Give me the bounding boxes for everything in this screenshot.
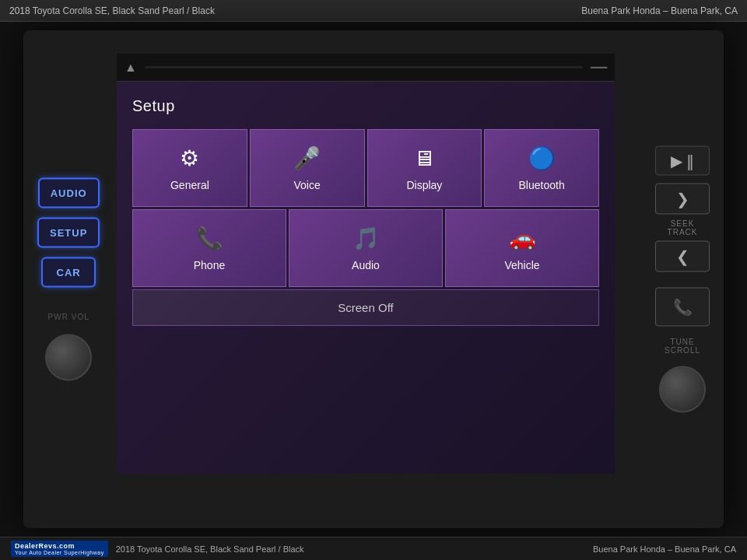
stereo-unit: AUDIO SETUP CAR PWR VOL ▲ ━━━ Setup ⚙ Ge… — [23, 30, 724, 528]
tune-knob[interactable] — [659, 366, 706, 413]
voice-icon: 🎤 — [293, 145, 321, 171]
audio-button[interactable]: AUDIO — [38, 178, 100, 208]
audio-menu-button[interactable]: 🎵 Audio — [289, 209, 443, 287]
display-button[interactable]: 🖥 Display — [367, 129, 482, 207]
screen-off-button[interactable]: Screen Off — [132, 289, 599, 326]
grid-row-1: ⚙ General 🎤 Voice 🖥 Display 🔵 Bluetooth — [132, 129, 599, 207]
bottom-dealer-info: Buena Park Honda – Buena Park, CA — [593, 544, 736, 554]
screen-top-bar: ▲ ━━━ — [117, 54, 615, 82]
top-bar: 2018 Toyota Corolla SE, Black Sand Pearl… — [0, 0, 747, 22]
general-icon: ⚙ — [180, 145, 199, 171]
bluetooth-label: Bluetooth — [519, 179, 565, 191]
phone-label: Phone — [194, 259, 225, 271]
seek-track-label: SEEKTRACK — [668, 219, 698, 236]
audio-icon: 🎵 — [352, 226, 380, 251]
tune-scroll-label: TUNESCROLL — [665, 338, 700, 355]
seek-forward-icon: ❯ — [676, 190, 689, 208]
seek-forward-button[interactable]: ❯ — [655, 184, 710, 215]
play-pause-button[interactable]: ▶ ‖ — [655, 146, 710, 176]
general-label: General — [170, 179, 209, 191]
dealer-logo: DealerRevs.com Your Auto Dealer SuperHig… — [11, 541, 108, 557]
bluetooth-icon: 🔵 — [528, 145, 556, 171]
phone-button[interactable]: 📞 Phone — [132, 209, 286, 287]
car-button[interactable]: CAR — [41, 257, 96, 288]
main-container: AUDIO SETUP CAR PWR VOL ▲ ━━━ Setup ⚙ Ge… — [0, 22, 747, 537]
display-icon: 🖥 — [413, 145, 435, 171]
vehicle-label: Vehicle — [504, 259, 539, 271]
setup-title: Setup — [132, 97, 599, 115]
seek-back-icon: ❮ — [676, 247, 689, 266]
voice-button[interactable]: 🎤 Voice — [250, 129, 365, 207]
pwr-vol-label: PWR VOL — [48, 313, 89, 321]
screen-content: Setup ⚙ General 🎤 Voice 🖥 Display — [117, 82, 615, 474]
voice-label: Voice — [294, 179, 321, 191]
seek-back-button[interactable]: ❮ — [655, 241, 710, 272]
phone-call-icon: 📞 — [673, 298, 693, 317]
phone-icon: 📞 — [196, 226, 223, 251]
screen-top-bar-line — [145, 66, 583, 68]
bluetooth-button[interactable]: 🔵 Bluetooth — [484, 129, 599, 207]
screen-area: ▲ ━━━ Setup ⚙ General 🎤 Voice — [117, 54, 615, 474]
eject-button[interactable]: ▲ — [124, 61, 137, 75]
top-bar-title: 2018 Toyota Corolla SE, Black Sand Pearl… — [9, 5, 215, 16]
display-label: Display — [406, 179, 442, 191]
phone-call-button[interactable]: 📞 — [655, 288, 710, 327]
general-button[interactable]: ⚙ General — [132, 129, 247, 207]
bottom-bar: DealerRevs.com Your Auto Dealer SuperHig… — [0, 537, 747, 560]
play-pause-icon: ▶ ‖ — [671, 152, 695, 170]
dealer-logo-text: DealerRevs.com — [15, 542, 104, 550]
bottom-car-info: 2018 Toyota Corolla SE, Black Sand Pearl… — [116, 544, 304, 554]
bottom-left: DealerRevs.com Your Auto Dealer SuperHig… — [11, 541, 304, 557]
setup-button[interactable]: SETUP — [37, 218, 100, 248]
seek-track-container: ❯ SEEKTRACK ❮ — [655, 184, 710, 272]
left-panel: AUDIO SETUP CAR PWR VOL — [37, 178, 100, 381]
audio-menu-label: Audio — [352, 259, 380, 271]
top-bar-dealer: Buena Park Honda – Buena Park, CA — [581, 5, 738, 16]
right-panel: ▶ ‖ ❯ SEEKTRACK ❮ 📞 TUNESCROLL — [655, 146, 710, 413]
vehicle-icon: 🚗 — [509, 226, 536, 251]
volume-knob[interactable] — [45, 334, 92, 381]
dealer-logo-sub: Your Auto Dealer SuperHighway — [15, 550, 104, 555]
vehicle-button[interactable]: 🚗 Vehicle — [445, 209, 599, 287]
screen-mode-indicator: ━━━ — [591, 62, 607, 73]
grid-row-2: 📞 Phone 🎵 Audio 🚗 Vehicle — [132, 209, 599, 287]
